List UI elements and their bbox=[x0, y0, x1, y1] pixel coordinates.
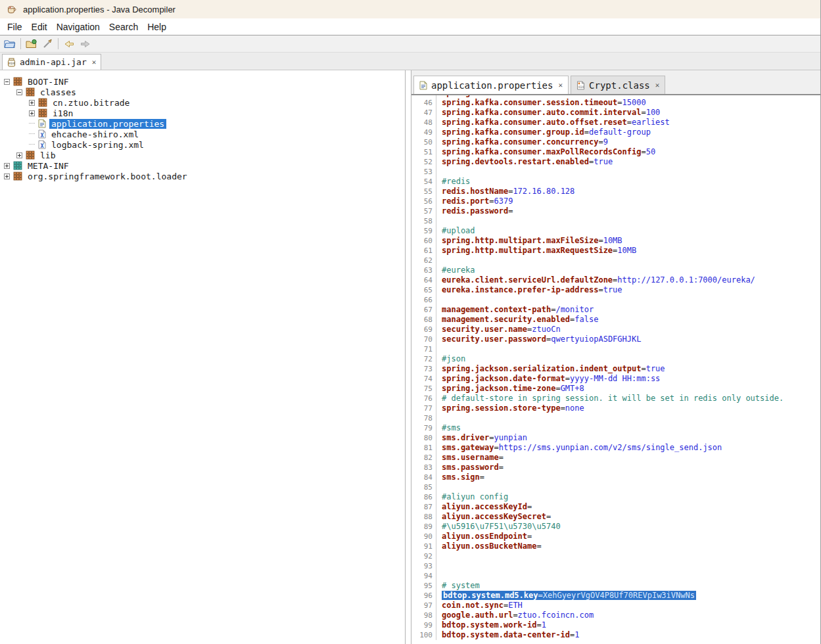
comment-text: #\u5916\u7F51\u5730\u5740 bbox=[442, 522, 561, 531]
code-content bbox=[436, 216, 820, 226]
tree-item-label: lib bbox=[38, 150, 57, 160]
toolbar-separator bbox=[20, 38, 21, 49]
tree-item-org-springframework-boot-loader[interactable]: org.springframework.boot.loader bbox=[0, 171, 405, 181]
property-key: spring.jackson.date-format bbox=[442, 374, 565, 383]
property: spring.jackson.time-zone=GMT+8 bbox=[442, 384, 584, 393]
menu-search[interactable]: Search bbox=[105, 20, 143, 34]
back-button[interactable] bbox=[62, 37, 76, 51]
line-number: 70 bbox=[411, 334, 436, 344]
menu-file[interactable]: File bbox=[3, 20, 27, 34]
code-content: #\u5916\u7F51\u5730\u5740 bbox=[436, 522, 820, 532]
search-button[interactable] bbox=[40, 37, 55, 51]
tree-item-lib[interactable]: lib bbox=[0, 150, 405, 160]
equals-sign: = bbox=[499, 453, 504, 462]
property-key: spring.http.multipart.maxFileSize bbox=[442, 236, 598, 245]
property-key: google.auth.url bbox=[442, 610, 513, 620]
code-content: bdtop.system.data-center-id=1 bbox=[436, 630, 820, 640]
tree-item-boot-inf[interactable]: BOOT-INF bbox=[0, 76, 405, 87]
tree-item-meta-inf[interactable]: META-INF bbox=[0, 160, 405, 171]
tree-item-label: classes bbox=[38, 87, 78, 97]
open-type-button[interactable] bbox=[24, 37, 39, 51]
close-icon[interactable]: ✕ bbox=[558, 81, 563, 89]
property-key: eureka.instance.prefer-ip-address bbox=[442, 285, 598, 294]
package-brown-icon bbox=[26, 150, 35, 160]
line-number: 78 bbox=[411, 413, 436, 423]
property: spring.kafka.consumer.concurrency=9 bbox=[442, 137, 608, 147]
code-line: 84sms.sign= bbox=[411, 472, 820, 482]
editor-tab-application-properties[interactable]: application.properties✕ bbox=[413, 76, 569, 94]
tree-item-label: application.properties bbox=[49, 119, 166, 129]
code-line: 50spring.kafka.consumer.concurrency=9 bbox=[411, 137, 820, 147]
line-number: 62 bbox=[411, 256, 436, 265]
tree-item-i18n[interactable]: i18n bbox=[0, 108, 405, 118]
line-number: 65 bbox=[411, 285, 436, 295]
property: spring.http.multipart.maxRequestSize=10M… bbox=[442, 246, 636, 255]
tree-item-label: i18n bbox=[51, 108, 75, 118]
code-line: 77spring.session.store-type=none bbox=[411, 403, 820, 413]
code-content: #sms bbox=[436, 423, 820, 433]
tree-item-logback-spring-xml[interactable]: Xlogback-spring.xml bbox=[0, 139, 405, 150]
tree-item-label: META-INF bbox=[26, 161, 71, 171]
code-line: 88aliyun.accessKeySecret= bbox=[411, 512, 820, 522]
line-number: 55 bbox=[411, 187, 436, 196]
code-line: 94 bbox=[411, 571, 820, 581]
code-line: 55redis.hostName=172.16.80.128 bbox=[411, 187, 820, 196]
line-number: 59 bbox=[411, 226, 436, 236]
comment-text: # system bbox=[442, 581, 480, 590]
code-line: 51spring.kafka.consumer.maxPollRecordsCo… bbox=[411, 147, 820, 157]
property-key: security.user.password bbox=[442, 334, 546, 344]
line-number: 47 bbox=[411, 108, 436, 118]
code-content bbox=[436, 295, 820, 305]
code-content: management.security.enabled=false bbox=[436, 315, 820, 325]
line-number: 85 bbox=[411, 482, 436, 492]
tree-item-label: cn.ztuo.bitrade bbox=[51, 98, 131, 108]
expander-plus-icon[interactable] bbox=[29, 110, 35, 116]
code-area[interactable]: 45spring.kafka.consumer.enable.auto.comm… bbox=[411, 95, 820, 644]
line-number: 95 bbox=[411, 581, 436, 591]
close-icon[interactable]: ✕ bbox=[655, 81, 660, 89]
line-number: 63 bbox=[411, 265, 436, 275]
comment-text: #upload bbox=[442, 226, 475, 235]
archive-tree-panel: BOOT-INFclassescn.ztuo.bitradei18napplic… bbox=[0, 70, 406, 644]
line-number: 98 bbox=[411, 610, 436, 620]
tree-item-label: ehcache-shiro.xml bbox=[49, 129, 141, 139]
property-value: ETH bbox=[508, 601, 523, 610]
property-key: sms.password bbox=[442, 463, 499, 472]
expander-plus-icon[interactable] bbox=[29, 100, 35, 106]
code-content: spring.kafka.consumer.session.timeout=15… bbox=[436, 98, 820, 108]
expander-plus-icon[interactable] bbox=[16, 152, 22, 158]
close-icon[interactable]: ✕ bbox=[92, 58, 97, 66]
menu-help[interactable]: Help bbox=[143, 20, 171, 34]
property-key: bdtop.system.md5.key bbox=[443, 591, 538, 600]
tree-item-classes[interactable]: classes bbox=[0, 87, 405, 97]
tree-item-application-properties[interactable]: application.properties bbox=[0, 118, 405, 129]
property: redis.hostName=172.16.80.128 bbox=[442, 187, 575, 196]
property: spring.kafka.consumer.enable.auto.commit… bbox=[442, 95, 655, 97]
tree-item-ehcache-shiro-xml[interactable]: Xehcache-shiro.xml bbox=[0, 129, 405, 139]
tree-item-cn-ztuo-bitrade[interactable]: cn.ztuo.bitrade bbox=[0, 97, 405, 108]
jar-tab-admin-api.jar[interactable]: 010admin-api.jar✕ bbox=[2, 54, 101, 70]
line-number: 71 bbox=[411, 344, 436, 354]
line-number: 56 bbox=[411, 196, 436, 206]
property-value: earliest bbox=[632, 118, 670, 127]
expander-minus-icon[interactable] bbox=[16, 89, 22, 95]
expander-plus-icon[interactable] bbox=[4, 173, 10, 179]
code-line: 70security.user.password=qwertyuiopASDFG… bbox=[411, 334, 820, 344]
property-value: 10MB bbox=[617, 246, 636, 255]
open-file-button[interactable] bbox=[3, 37, 17, 51]
editor-tab-crypt-class[interactable]: 010Crypt.class✕ bbox=[571, 76, 665, 94]
expander-plus-icon[interactable] bbox=[4, 163, 10, 169]
forward-button[interactable] bbox=[78, 37, 92, 51]
code-line: 85 bbox=[411, 482, 820, 492]
panel-splitter[interactable] bbox=[406, 70, 411, 644]
line-number: 74 bbox=[411, 374, 436, 384]
back-arrow-icon bbox=[64, 39, 75, 49]
property-key: spring.kafka.consumer.auto.commit.interv… bbox=[442, 108, 641, 117]
property-value: 10MB bbox=[603, 236, 622, 245]
menu-edit[interactable]: Edit bbox=[27, 20, 52, 34]
code-line: 64eureka.client.serviceUrl.defaultZone=h… bbox=[411, 275, 820, 285]
toolbar bbox=[0, 35, 820, 52]
search-brush-icon bbox=[42, 39, 53, 49]
menu-navigation[interactable]: Navigation bbox=[52, 20, 105, 34]
expander-minus-icon[interactable] bbox=[4, 79, 10, 85]
